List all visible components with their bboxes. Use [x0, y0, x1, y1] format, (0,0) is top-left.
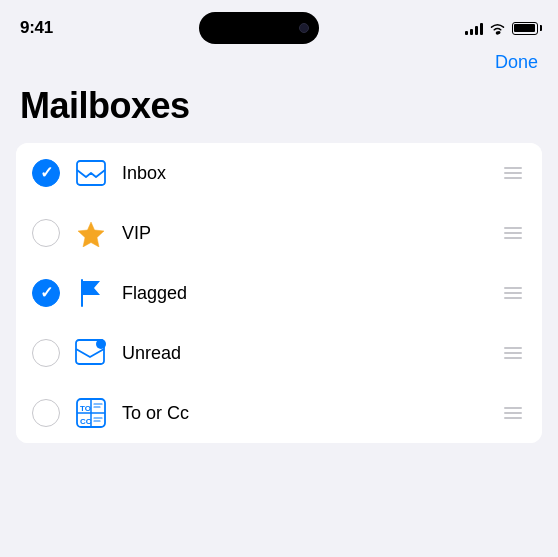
wifi-icon	[489, 21, 506, 35]
svg-point-0	[496, 31, 500, 35]
vip-label: VIP	[122, 223, 500, 244]
checkbox-unread[interactable]	[32, 339, 60, 367]
inbox-icon	[74, 156, 108, 190]
drag-handle-flagged	[500, 283, 526, 303]
list-item[interactable]: TO CC To or Cc	[16, 383, 542, 443]
list-item[interactable]: Inbox	[16, 143, 542, 203]
page-title: Mailboxes	[0, 81, 558, 143]
battery-fill	[514, 24, 535, 32]
drag-handle-inbox	[500, 163, 526, 183]
signal-icon	[465, 21, 483, 35]
status-time: 9:41	[20, 18, 53, 38]
svg-text:TO: TO	[80, 404, 91, 413]
inbox-label: Inbox	[122, 163, 500, 184]
checkbox-flagged[interactable]	[32, 279, 60, 307]
svg-rect-9	[93, 401, 103, 411]
vip-icon	[74, 216, 108, 250]
checkbox-tocc[interactable]	[32, 399, 60, 427]
svg-point-3	[96, 339, 106, 349]
flagged-label: Flagged	[122, 283, 500, 304]
drag-handle-tocc	[500, 403, 526, 423]
list-item[interactable]: Unread	[16, 323, 542, 383]
checkbox-inbox[interactable]	[32, 159, 60, 187]
list-item[interactable]: VIP	[16, 203, 542, 263]
battery-icon	[512, 22, 538, 35]
done-button[interactable]: Done	[495, 52, 538, 73]
svg-text:CC: CC	[80, 417, 92, 426]
camera-indicator	[299, 23, 309, 33]
tocc-icon: TO CC	[74, 396, 108, 430]
flagged-icon	[74, 276, 108, 310]
status-icons	[465, 21, 538, 35]
dynamic-island	[199, 12, 319, 44]
mailbox-list: Inbox VIP Flagged	[16, 143, 542, 443]
list-item[interactable]: Flagged	[16, 263, 542, 323]
status-bar: 9:41	[0, 0, 558, 48]
drag-handle-vip	[500, 223, 526, 243]
unread-label: Unread	[122, 343, 500, 364]
unread-icon	[74, 336, 108, 370]
svg-rect-10	[93, 415, 103, 425]
nav-bar: Done	[0, 48, 558, 81]
checkbox-vip[interactable]	[32, 219, 60, 247]
drag-handle-unread	[500, 343, 526, 363]
tocc-label: To or Cc	[122, 403, 500, 424]
